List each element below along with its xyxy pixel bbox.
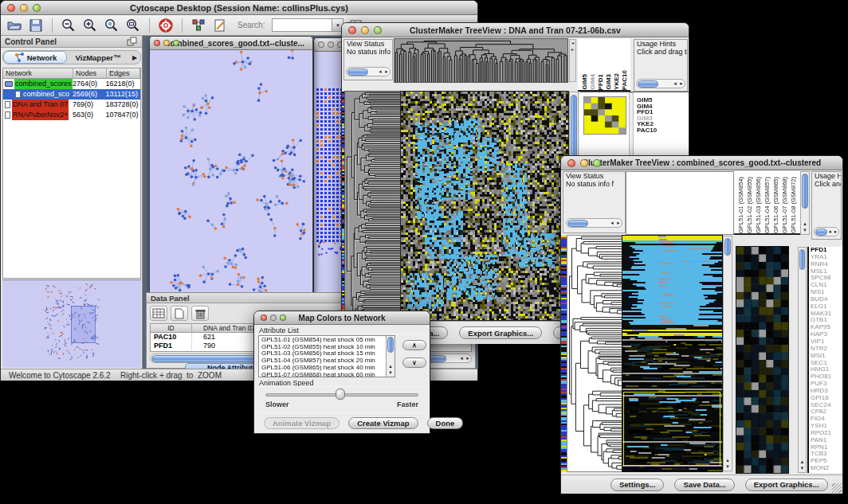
minimize-button[interactable]	[270, 315, 277, 321]
move-down-button[interactable]: ∨	[402, 357, 426, 368]
zoom-in-button[interactable]	[81, 17, 99, 34]
network-row[interactable]: combined_sco2569(6)13112(15)	[3, 89, 140, 100]
tab-vizmapper[interactable]: VizMapper™	[67, 51, 129, 64]
tv2-heatmap-zoom[interactable]	[736, 247, 788, 473]
scroll-right-icon[interactable]: ▸	[678, 80, 685, 87]
scroll-right-icon[interactable]: ▸	[465, 355, 471, 361]
treeview2-titlebar[interactable]: ClusterMaker TreeView : combined_scores_…	[561, 156, 842, 170]
new-attribute-button[interactable]	[171, 306, 188, 321]
speed-slider-thumb[interactable]	[336, 389, 345, 400]
network-view-canvas[interactable]	[150, 50, 312, 296]
zoom-out-button[interactable]	[60, 17, 77, 34]
zoom-window-button[interactable]	[374, 26, 382, 34]
col-nodes[interactable]: Nodes	[73, 68, 107, 78]
tv1-status-scrollbar[interactable]: ◂▸	[346, 67, 391, 76]
export-graphics-button[interactable]: Export Graphics...	[745, 479, 828, 491]
move-up-button[interactable]: ∧	[402, 340, 426, 350]
scroll-left-icon[interactable]: ◂	[377, 68, 383, 75]
scroll-up-icon[interactable]: ▴	[801, 221, 809, 227]
network-row[interactable]: combined_scores2764(0)16218(0)	[3, 79, 140, 89]
help-button[interactable]	[157, 17, 175, 34]
scroll-down-icon[interactable]: ▾	[801, 227, 809, 233]
attribute-item[interactable]: GPL51-07 (GSM868) heat shock 60 min	[260, 372, 386, 377]
tv1-corner-strip[interactable]: ◂▸	[569, 39, 576, 82]
scroll-left-icon[interactable]: ◂	[672, 80, 678, 87]
settings-button[interactable]: Settings...	[610, 479, 664, 491]
main-titlebar[interactable]: Cytoscape Desktop (Session Name: collins…	[1, 1, 477, 15]
tv2-hints-scrollbar[interactable]: ◂▸	[814, 227, 839, 236]
zoom-window-button[interactable]	[280, 315, 286, 321]
treeview1-titlebar[interactable]: ClusterMaker TreeView : DNA and Tran 07-…	[342, 23, 689, 37]
tv1-row-dendrogram[interactable]	[345, 92, 400, 320]
zoom-window-button[interactable]	[33, 4, 41, 12]
tv1-heatmap[interactable]	[401, 92, 568, 320]
minimize-button[interactable]	[20, 4, 28, 12]
tv2-status-scrollbar[interactable]: ◂▸	[566, 218, 622, 228]
search-input[interactable]	[272, 18, 332, 32]
scroll-left-icon[interactable]: ◂	[609, 220, 615, 226]
zoom-selected-button[interactable]	[103, 17, 120, 34]
tv1-hints-scrollbar[interactable]: ◂▸	[636, 79, 685, 88]
scroll-left-icon[interactable]: ◂	[827, 229, 833, 235]
attribute-list-scrollbar[interactable]: ▴ ▾	[386, 336, 395, 377]
tv2-heatmap-overview[interactable]	[622, 236, 722, 471]
delete-attribute-button[interactable]	[191, 306, 209, 321]
close-button[interactable]	[318, 41, 324, 48]
network-row[interactable]: RNAPuberNov2+563(0)107847(0)	[3, 110, 140, 120]
resize-grip[interactable]	[832, 483, 842, 493]
scroll-up-icon[interactable]: ▴	[724, 457, 732, 463]
scroll-right-icon[interactable]: ▸	[615, 220, 622, 226]
scroll-right-icon[interactable]: ▸	[383, 68, 390, 75]
scroll-right-icon[interactable]: ▸	[833, 229, 838, 235]
scroll-up-icon[interactable]: ▴	[799, 459, 806, 465]
close-button[interactable]	[348, 26, 356, 34]
export-graphics-button[interactable]: Export Graphics...	[459, 326, 542, 339]
tv2-overview-scrollbar[interactable]: ▴ ▾	[723, 236, 732, 471]
tv2-zoom-scrollbar[interactable]: ▴ ▾	[798, 247, 807, 473]
create-vizmap-button[interactable]: Create Vizmap	[348, 417, 418, 429]
scroll-left-icon[interactable]: ◂	[458, 355, 465, 361]
network-row[interactable]: DNA and Tran 07769(0)183728(0)	[3, 100, 140, 110]
tab-network[interactable]: Network	[3, 51, 67, 64]
tab-overflow-arrow[interactable]: ▶	[129, 54, 140, 61]
data-col-id[interactable]: ID	[151, 324, 192, 332]
done-button[interactable]: Done	[427, 417, 464, 429]
tv2-row-dendrogram[interactable]	[567, 236, 622, 471]
tv1-column-dendrogram[interactable]	[395, 39, 567, 82]
dialog-titlebar[interactable]: Map Colors to Network	[254, 311, 430, 325]
col-network[interactable]: Network	[3, 68, 73, 78]
tv2-column-dendrogram-area[interactable]	[626, 171, 734, 235]
close-button[interactable]	[261, 315, 267, 321]
network-view-window[interactable]: combined_scores_good.txt--cluste...	[149, 36, 313, 297]
tv1-minimap[interactable]	[584, 97, 626, 134]
cp-overview-canvas[interactable]	[2, 279, 141, 368]
gene-label[interactable]: MON2	[809, 465, 842, 472]
save-data-button[interactable]: Save Data...	[674, 479, 734, 491]
close-button[interactable]	[154, 40, 160, 46]
select-attributes-button[interactable]	[150, 306, 167, 321]
zoom-window-button[interactable]	[173, 40, 179, 46]
save-session-button[interactable]	[27, 17, 45, 34]
search-combobox[interactable]: ▼	[272, 18, 344, 32]
zoom-window-button[interactable]	[593, 159, 601, 167]
scroll-down-icon[interactable]: ▾	[387, 369, 395, 376]
float-panel-icon[interactable]	[127, 37, 138, 46]
animate-vizmap-button[interactable]: Animate Vizmap	[264, 417, 340, 429]
col-edges[interactable]: Edges	[107, 68, 140, 78]
annotation-button[interactable]	[211, 17, 229, 34]
open-session-button[interactable]	[6, 17, 23, 34]
minimize-button[interactable]	[328, 41, 334, 48]
gene-label[interactable]: PAC10	[637, 127, 657, 134]
vizmapper-button[interactable]	[190, 17, 207, 34]
minimize-button[interactable]	[580, 159, 588, 167]
close-button[interactable]	[7, 4, 15, 12]
network-view-titlebar[interactable]: combined_scores_good.txt--cluste...	[150, 37, 312, 50]
close-button[interactable]	[567, 159, 575, 167]
scroll-down-icon[interactable]: ▾	[724, 463, 732, 470]
scroll-down-icon[interactable]: ▾	[799, 465, 806, 471]
tv2-labels-scrollbar[interactable]: ▴ ▾	[800, 171, 810, 235]
zoom-fit-button[interactable]	[124, 17, 142, 34]
minimize-button[interactable]	[361, 26, 369, 34]
minimize-button[interactable]	[163, 40, 170, 46]
attribute-listbox[interactable]: GPL51-01 (GSM854) heat shock 05 minGPL51…	[258, 335, 395, 377]
